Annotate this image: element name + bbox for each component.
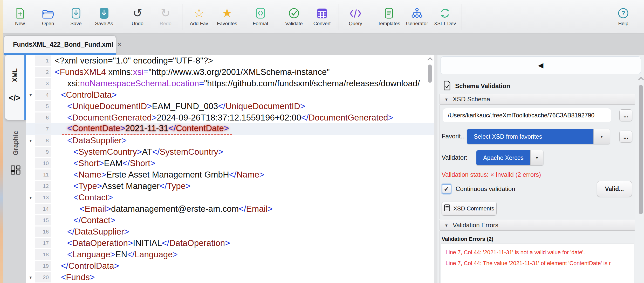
code-line-3[interactable]: 3xsi:noNamespaceSchemaLocation="https://… [26,78,434,89]
gutter: 16 [26,226,52,237]
toolbar-button-query[interactable]: Query [341,0,369,33]
gutter: 5 [26,101,52,112]
toolbar-button-validate[interactable]: Validate [280,0,308,33]
favorites-browse-button[interactable]: ... [619,131,632,143]
xsd-path-field[interactable]: /Users/karlkauc/.freeXmlToolkit/cache/76… [443,108,611,122]
validation-error-item[interactable]: Line 7, Col 44: '2021-11-31' is not a va… [446,247,630,258]
list-icon [444,204,450,213]
side-tab-xml-label: XML [11,68,18,82]
toolbar-button-label: Format [253,21,268,26]
toolbar-button-new[interactable]: New [6,0,34,33]
validator-select[interactable]: Apache Xerces ▼ [476,150,543,165]
xsd-schema-section-header[interactable]: ▼ XSD Schema [440,94,635,105]
validator-value: Apache Xerces [476,150,530,165]
editor-scrollbar[interactable] [428,57,432,83]
code-line-14[interactable]: 14<Email>datamanagement@erste-am.com</Em… [26,203,434,215]
continuous-validation-label: Continuous validation [456,185,515,193]
toolbar-button-label: Favorites [217,21,237,26]
undo-icon: ↺ [133,7,142,19]
side-tab-graphic-label: Graphic [12,131,19,155]
line-number: 6 [35,112,51,123]
favorites-xsd-select[interactable]: Select XSD from favorites ▼ [467,129,610,144]
svg-text:?: ? [621,10,625,17]
fold-toggle-icon[interactable]: ▼ [26,93,35,97]
toolbar-button-label: Open [42,21,54,26]
redo-icon: ↻ [161,7,170,19]
line-number: 7 [35,124,51,134]
favorites-label: Favorit... [442,133,466,140]
tab-title: FundsXML_422_Bond_Fund.xml [13,41,113,48]
line-number: 2 [35,67,51,77]
continuous-validation-checkbox[interactable]: ✓ [442,184,451,194]
toolbar-button-undo[interactable]: ↺Undo [124,0,152,33]
fold-toggle-icon[interactable]: ▼ [26,138,35,143]
scrollbar-thumb[interactable] [639,85,643,214]
scroll-up-icon[interactable] [638,77,643,82]
fold-toggle-icon[interactable]: ▼ [26,195,35,200]
new-file-icon [15,7,25,19]
line-number: 14 [35,204,51,214]
generator-icon [411,7,423,19]
toolbar-button-convert[interactable]: Convert [308,0,336,33]
xml-editor[interactable]: 1<?xml version="1.0" encoding="UTF-8"?>2… [26,55,434,283]
code-line-17[interactable]: 17<DataOperation>INITIAL</DataOperation> [26,237,434,249]
validate-now-button[interactable]: Valid... [597,181,632,197]
toolbar-button-open[interactable]: Open [34,0,62,33]
toolbar-separator [372,4,372,30]
code-line-10[interactable]: 10<Short>EAM</Short> [26,158,434,169]
code-line-20[interactable]: ▼20<Funds> [26,272,434,283]
panel-scrollbar[interactable] [638,77,643,214]
scrollbar-thumb[interactable] [428,65,432,83]
code-line-11[interactable]: 11<Name>Erste Asset Management GmbH</Nam… [26,169,434,180]
gutter: ▼4 [26,89,52,101]
tab-fundsxml-file[interactable]: FundsXML_422_Bond_Fund.xml × [4,36,116,55]
line-number: 11 [35,169,51,180]
xsd-browse-button[interactable]: ... [619,109,632,121]
error-underline: <ContentDate>2021-11-31</ContentDate> [62,123,232,135]
code-line-6[interactable]: 6<DocumentGenerated>2024-09-26T18:37:12.… [26,112,434,123]
scroll-up-icon[interactable] [427,57,433,63]
toolbar-button-save[interactable]: Save [62,0,90,33]
side-tab-graphic[interactable]: Graphic [5,120,26,197]
toolbar-button-label: Add Fav [190,21,208,26]
validation-error-item[interactable]: Line 7, Col 44: The value '2021-11-31' o… [446,258,630,269]
line-number: 19 [35,261,51,271]
xslt-dev-icon [439,7,451,19]
code-line-18[interactable]: 18<Language>EN</Language> [26,249,434,260]
code-line-2[interactable]: 2<FundsXML4 xmlns:xsi="http://www.w3.org… [26,66,434,78]
code-line-1[interactable]: 1<?xml version="1.0" encoding="UTF-8"?> [26,55,434,66]
code-line-13[interactable]: ▼13<Contact> [26,192,434,203]
validation-errors-section-header[interactable]: ▼ Validation Errors [440,220,635,231]
panel-divider[interactable] [434,55,437,283]
side-tab-xml[interactable]: XML </> [5,55,26,120]
code-line-19[interactable]: 19</ControlData> [26,260,434,272]
toolbar-button-save-as[interactable]: Save As [90,0,118,33]
toolbar-button-templates[interactable]: Templates [375,0,403,33]
code-line-4[interactable]: ▼4<ControlData> [26,89,434,101]
code-line-16[interactable]: 16</DataSupplier> [26,226,434,237]
code-line-5[interactable]: 5<UniqueDocumentID>EAM_FUND_003</UniqueD… [26,101,434,112]
code-line-15[interactable]: 15</Contact> [26,215,434,226]
line-number: 18 [35,249,51,260]
toolbar-button-help[interactable]: ? Help [609,0,637,33]
toolbar-button-format[interactable]: Format [246,0,275,33]
toolbar-button-add-fav[interactable]: ☆Add Fav [185,0,213,33]
panel-collapse-button[interactable]: ◀ [441,56,641,74]
gutter: 1 [26,55,52,66]
xsd-comments-button[interactable]: XSD Comments [442,202,497,216]
toolbar-button-generator[interactable]: Generator [403,0,431,33]
toolbar-separator [462,4,462,30]
toolbar-button-favorites[interactable]: ★Favorites [213,0,241,33]
fold-toggle-icon[interactable]: ▼ [26,275,35,280]
code-line-12[interactable]: 12<Type>Asset Manager</Type> [26,180,434,192]
favorites-xsd-value: Select XSD from favorites [467,129,593,144]
panel-title-row: Schema Validation [443,80,510,92]
code-line-8[interactable]: ▼8<DataSupplier> [26,135,434,146]
document-check-icon [443,81,451,91]
code-line-9[interactable]: 9<SystemCountry>AT</SystemCountry> [26,146,434,158]
save-icon [71,7,81,19]
toolbar-button-label: Generator [406,21,428,26]
code-line-7[interactable]: 7<ContentDate>2021-11-31</ContentDate> [26,123,434,135]
tab-close-icon[interactable]: × [117,41,121,48]
toolbar-button-xslt-dev[interactable]: XSLT Dev [431,0,459,33]
